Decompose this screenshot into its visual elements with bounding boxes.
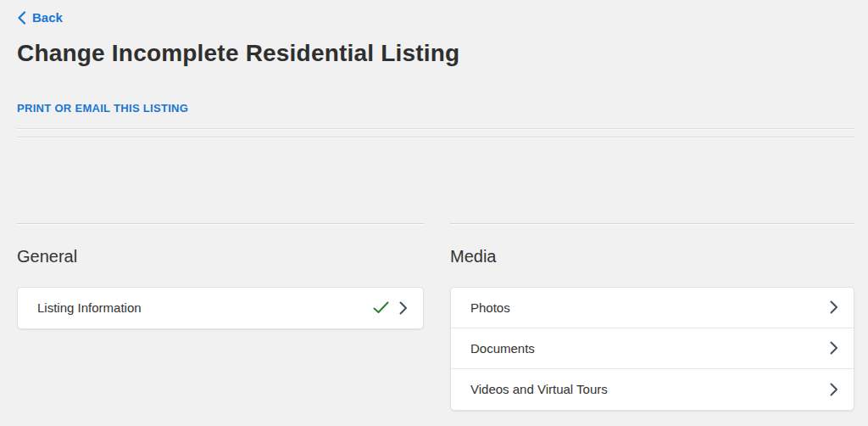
change-listing-page: Back Change Incomplete Residential Listi… xyxy=(0,0,868,411)
media-section: Media Photos Documents Videos and Virtua… xyxy=(450,223,854,411)
completed-check-icon xyxy=(373,301,389,314)
spacer xyxy=(17,138,854,223)
row-icons xyxy=(373,301,408,315)
videos-virtual-tours-label: Videos and Virtual Tours xyxy=(470,382,830,396)
divider-line xyxy=(450,223,854,225)
chevron-right-icon xyxy=(830,383,838,396)
general-section-heading: General xyxy=(17,247,424,266)
photos-label: Photos xyxy=(470,300,830,315)
chevron-right-icon xyxy=(830,341,838,355)
photos-row[interactable]: Photos xyxy=(451,288,854,328)
listing-information-row[interactable]: Listing Information xyxy=(18,288,423,328)
media-section-heading: Media xyxy=(450,247,854,266)
chevron-right-icon xyxy=(830,300,838,314)
chevron-right-icon xyxy=(399,301,408,315)
videos-virtual-tours-row[interactable]: Videos and Virtual Tours xyxy=(451,369,854,410)
general-card: Listing Information xyxy=(17,287,424,329)
section-columns: General Listing Information xyxy=(17,223,854,411)
print-or-email-link[interactable]: PRINT OR EMAIL THIS LISTING xyxy=(17,102,188,115)
media-card: Photos Documents Videos and Virtual Tour… xyxy=(450,287,854,411)
documents-row[interactable]: Documents xyxy=(451,328,854,369)
divider-line xyxy=(17,223,424,225)
back-button[interactable]: Back xyxy=(17,10,63,25)
documents-label: Documents xyxy=(470,341,830,356)
chevron-left-icon xyxy=(17,11,26,25)
listing-information-label: Listing Information xyxy=(37,300,373,315)
header-divider xyxy=(17,128,854,138)
back-label: Back xyxy=(32,10,63,25)
divider-line xyxy=(17,128,854,130)
general-section: General Listing Information xyxy=(17,223,424,411)
page-title: Change Incomplete Residential Listing xyxy=(17,40,854,67)
